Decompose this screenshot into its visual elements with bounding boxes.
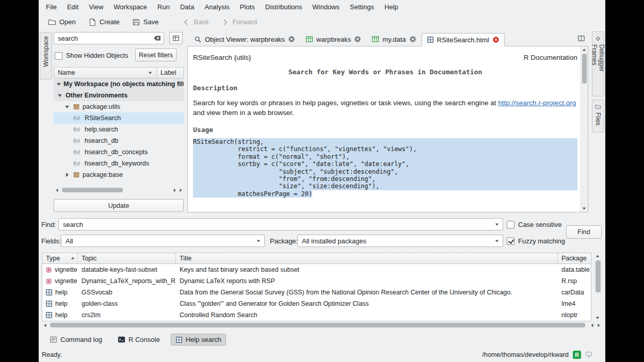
scroll-left-icon[interactable]: [54, 187, 60, 193]
find-value: search: [63, 221, 83, 228]
result-topic: GSSvocab: [78, 289, 176, 296]
tab-warpbreaks[interactable]: warpbreaks: [300, 32, 366, 46]
fuzzy-matching-option[interactable]: Fuzzy matching: [507, 236, 565, 245]
column-header-label[interactable]: Label: [157, 67, 184, 78]
tab-rsitesearch-html[interactable]: RSiteSearch.html: [422, 33, 505, 46]
create-button[interactable]: Create: [84, 16, 124, 28]
split-view-icon[interactable]: [577, 35, 585, 42]
help-vscrollbar[interactable]: [581, 46, 588, 212]
menu-item-help[interactable]: Help: [379, 1, 404, 13]
close-tab-icon[interactable]: [409, 36, 416, 43]
tree-item-hsearch-db-keywords[interactable]: f(x)hsearch_db_keywords: [54, 158, 184, 169]
tree-item-package-base[interactable]: package:base: [54, 169, 184, 180]
scroll-left-icon[interactable]: [589, 322, 595, 328]
function-icon: f(x): [73, 138, 82, 143]
menu-item-view[interactable]: View: [84, 1, 108, 13]
side-tab-debugger-frames[interactable]: Debugger Frames: [592, 31, 604, 96]
save-button[interactable]: Save: [128, 16, 163, 28]
result-row-golden-class[interactable]: helpgolden-classClass '"golden"' and Gen…: [42, 298, 591, 309]
back-button[interactable]: Back: [178, 16, 213, 28]
usage-code-block: RSiteSearch(string, restrict = c("functi…: [193, 138, 577, 198]
scroll-left-icon[interactable]: [171, 187, 177, 193]
menu-item-data[interactable]: Data: [175, 1, 199, 13]
scrollbar-thumb[interactable]: [50, 323, 585, 327]
menu-item-analysis[interactable]: Analysis: [199, 1, 234, 13]
tree-item-other-environments[interactable]: Other Environments: [54, 90, 184, 101]
case-sensitive-checkbox[interactable]: [507, 221, 514, 228]
help-icon: [45, 300, 53, 307]
menu-item-plots[interactable]: Plots: [235, 1, 260, 13]
scrollbar-thumb[interactable]: [595, 260, 601, 292]
expander-open-icon[interactable]: [57, 83, 61, 86]
tree-item-hsearch-db-concepts[interactable]: f(x)hsearch_db_concepts: [54, 146, 184, 158]
object-search-input[interactable]: [54, 32, 164, 44]
open-button[interactable]: Open: [44, 16, 80, 28]
scroll-up-icon[interactable]: [594, 253, 601, 259]
scroll-right-icon[interactable]: [595, 322, 602, 328]
fuzzy-matching-checkbox[interactable]: [507, 237, 514, 245]
close-tab-icon[interactable]: [354, 36, 361, 43]
search-site-link[interactable]: http://search.r-project.org: [498, 99, 576, 107]
expander-closed-icon[interactable]: [64, 173, 70, 177]
close-tab-icon[interactable]: [492, 36, 500, 43]
result-topic: golden-class: [78, 300, 176, 307]
view-options-button[interactable]: [169, 32, 183, 44]
side-tab-workspace[interactable]: Workspace: [40, 32, 52, 79]
code-line: "subject", "subject:descending",: [193, 168, 577, 175]
menu-item-distributions[interactable]: Distributions: [260, 1, 308, 13]
workspace-hscrollbar[interactable]: [54, 187, 184, 193]
menu-item-settings[interactable]: Settings: [345, 1, 379, 13]
scroll-up-icon[interactable]: [581, 46, 587, 53]
tree-item-help-search[interactable]: f(x)help.search: [54, 124, 184, 135]
tab-my-data[interactable]: my.data: [366, 32, 421, 46]
bottom-tab-command-log[interactable]: Command log: [45, 334, 107, 345]
result-row-crs2lm[interactable]: helpcrs2lmControlled Random Searchnloptr: [42, 309, 591, 321]
result-row-dynamic-latex-reports-with-rsp[interactable]: vignetteDynamic_LaTeX_reports_with_RSPDy…: [42, 275, 591, 287]
tab-object-viewer-warpbreaks[interactable]: Object Viewer: warpbreaks: [189, 32, 300, 46]
case-sensitive-option[interactable]: Case sensitive: [507, 220, 562, 229]
rkward-window: FileEditViewWorkspaceRunDataAnalysisPlot…: [39, 0, 605, 362]
tree-item-package-utils[interactable]: package:utils: [54, 101, 184, 112]
scroll-left-icon[interactable]: [42, 322, 48, 328]
scrollbar-thumb[interactable]: [582, 54, 587, 84]
package-combobox[interactable]: All installed packages: [297, 235, 503, 247]
expander-open-icon[interactable]: [64, 106, 70, 108]
scrollbar-thumb[interactable]: [62, 188, 123, 192]
menu-item-file[interactable]: File: [41, 1, 62, 13]
bottom-tab-r-console[interactable]: R Console: [113, 334, 165, 345]
column-header-type[interactable]: Type: [42, 253, 78, 264]
menu-item-workspace[interactable]: Workspace: [108, 1, 152, 13]
menu-item-run[interactable]: Run: [152, 1, 175, 13]
update-button[interactable]: Update: [54, 199, 184, 212]
close-tab-icon[interactable]: [288, 36, 295, 43]
menu-item-edit[interactable]: Edit: [62, 1, 84, 13]
column-header-topic[interactable]: Topic: [78, 253, 176, 264]
scroll-down-icon[interactable]: [594, 315, 601, 321]
find-button[interactable]: Find: [566, 225, 602, 239]
find-combobox[interactable]: search: [58, 218, 503, 231]
show-hidden-checkbox[interactable]: [55, 52, 62, 60]
chevron-down-icon: [495, 223, 499, 225]
fields-combobox[interactable]: All: [61, 235, 265, 247]
column-header-title[interactable]: Title: [176, 253, 558, 264]
results-hscrollbar[interactable]: [42, 322, 602, 328]
tree-item-my-workspace-no-objects-matching-filter[interactable]: My Workspace (no objects matching filter: [54, 78, 184, 90]
scroll-down-icon[interactable]: [581, 205, 587, 212]
forward-button[interactable]: Forward: [217, 16, 261, 28]
column-header-name[interactable]: Name: [54, 67, 157, 78]
menu-item-windows[interactable]: Windows: [307, 1, 345, 13]
bottom-tab-help-search[interactable]: Help search: [171, 334, 226, 345]
expander-open-icon[interactable]: [57, 94, 63, 97]
results-vscrollbar[interactable]: [594, 253, 602, 321]
reset-filters-button[interactable]: Reset filters: [135, 48, 176, 61]
clear-search-icon[interactable]: [152, 34, 162, 42]
tree-item-rsitesearch[interactable]: f(x)RSiteSearch: [54, 112, 184, 124]
description-text2: and view them in a web browser.: [193, 109, 294, 117]
result-row-datatable-keys-fast-subset[interactable]: vignettedatatable-keys-fast-subsetKeys a…: [42, 264, 591, 275]
scroll-right-icon[interactable]: [178, 187, 184, 193]
side-tab-files[interactable]: Files: [592, 100, 604, 133]
table-icon: [305, 36, 313, 43]
column-header-package[interactable]: Package: [558, 253, 591, 264]
result-row-gssvocab[interactable]: helpGSSvocabData from the General Social…: [42, 287, 591, 298]
tree-item-hsearch-db[interactable]: f(x)hsearch_db: [54, 135, 184, 146]
